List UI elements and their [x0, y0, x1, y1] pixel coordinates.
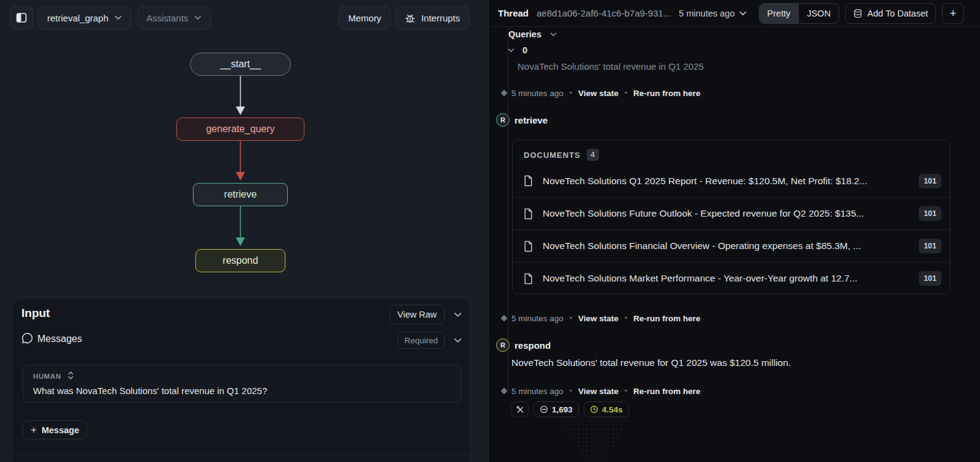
- role-sort-icon[interactable]: [67, 371, 74, 382]
- rerun-link[interactable]: Re-run from here: [633, 314, 701, 323]
- interrupts-label: Interrupts: [421, 13, 460, 23]
- input-collapse-button[interactable]: [451, 308, 464, 321]
- human-message-card[interactable]: HUMAN What was NovaTech Solutions' total…: [23, 365, 461, 403]
- thread-age-label: 5 minutes ago: [679, 9, 734, 18]
- chevron-down-icon: [454, 312, 462, 318]
- document-title: NoveTech Solutions Future Outlook - Expe…: [543, 208, 864, 219]
- edge-retrieve-respond-arrow: [236, 237, 245, 246]
- documents-header: DOCUMENTS 4: [524, 149, 599, 161]
- run-stats-row: 1,693 4.54s: [511, 401, 629, 417]
- checkpoint-meta-row: 5 minutes ago • View state • Re-run from…: [511, 87, 701, 99]
- file-icon: [524, 208, 533, 220]
- memory-button[interactable]: Memory: [339, 6, 390, 29]
- database-icon: [853, 9, 862, 18]
- canvas-watermark: [559, 419, 631, 462]
- checkpoint-time: 5 minutes ago: [511, 387, 564, 396]
- add-message-label: Message: [42, 425, 79, 435]
- document-score-badge: 101: [919, 271, 941, 286]
- pretty-tab[interactable]: Pretty: [760, 4, 799, 23]
- new-thread-button[interactable]: +: [942, 3, 964, 24]
- json-tab[interactable]: JSON: [798, 4, 839, 23]
- document-score-badge: 101: [919, 206, 941, 221]
- add-to-dataset-button[interactable]: Add To Dataset: [845, 3, 936, 24]
- assistants-dropdown[interactable]: Assistants: [137, 6, 211, 29]
- documents-list: NoveTech Solutions Q1 2025 Report - Reve…: [513, 165, 950, 294]
- add-message-button[interactable]: + Message: [23, 420, 87, 439]
- required-label: Required: [404, 336, 438, 345]
- queries-label: Queries: [508, 29, 541, 39]
- duration-badge[interactable]: 4.54s: [584, 401, 629, 417]
- duration-value: 4.54s: [602, 405, 623, 414]
- chevron-down-icon: [115, 15, 122, 20]
- view-state-link[interactable]: View state: [578, 387, 619, 396]
- thread-pane: Thread ae8d1a06-2af6-41c6-b7a9-931... 5 …: [491, 0, 980, 462]
- checkpoint-time: 5 minutes ago: [511, 314, 564, 323]
- thread-body: Queries 0 NovaTech Solutions' total reve…: [491, 27, 980, 462]
- panel-icon: [16, 12, 27, 23]
- edge-start-generate-arrow: [236, 106, 245, 115]
- checkpoint-diamond-icon: [500, 89, 507, 96]
- queries-section-toggle[interactable]: Queries: [508, 29, 557, 39]
- document-row[interactable]: NoveTech Solutions Future Outlook - Expe…: [513, 197, 950, 229]
- graph-node-retrieve[interactable]: retrieve: [193, 183, 288, 206]
- graph-select-dropdown[interactable]: retrieval_graph: [38, 6, 131, 29]
- chevron-down-icon: [454, 338, 462, 343]
- required-badge: Required: [398, 332, 445, 349]
- bug-icon: [405, 13, 415, 23]
- dot-separator: •: [570, 89, 572, 97]
- graph-node-respond[interactable]: respond: [195, 249, 285, 272]
- view-raw-label: View Raw: [398, 310, 437, 319]
- document-title: NoveTech Solutions Q1 2025 Report - Reve…: [543, 176, 867, 187]
- document-row[interactable]: NoveTech Solutions Q1 2025 Report - Reve…: [513, 165, 950, 197]
- interrupts-button[interactable]: Interrupts: [396, 6, 469, 29]
- node-label: __start__: [220, 59, 261, 70]
- edge-generate-retrieve-arrow: [236, 172, 245, 181]
- plus-icon: +: [949, 7, 956, 20]
- thread-age-dropdown[interactable]: 5 minutes ago: [679, 9, 747, 18]
- tools-button[interactable]: [511, 401, 529, 417]
- graph-node-generate-query[interactable]: generate_query: [176, 117, 304, 141]
- token-count: 1,693: [552, 405, 573, 414]
- dot-separator: •: [625, 314, 627, 322]
- node-label: retrieve: [224, 189, 257, 200]
- token-count-badge[interactable]: 1,693: [533, 401, 579, 417]
- view-raw-button[interactable]: View Raw: [390, 305, 445, 324]
- graph-pane: retrieval_graph Assistants Memory Interr…: [0, 0, 490, 462]
- sidebar-toggle-button[interactable]: [10, 6, 33, 29]
- clock-icon: [590, 405, 598, 414]
- chevron-down-icon: [194, 15, 202, 20]
- graph-toolbar-right: Memory Interrupts: [339, 6, 469, 29]
- tools-icon: [516, 406, 524, 414]
- message-text[interactable]: What was NovaTech Solutions' total reven…: [33, 386, 267, 396]
- rerun-link[interactable]: Re-run from here: [633, 387, 701, 396]
- document-score-badge: 101: [919, 239, 941, 253]
- messages-collapse-button[interactable]: [451, 334, 464, 346]
- query-item-toggle[interactable]: 0: [508, 45, 527, 55]
- messages-section-label: Messages: [37, 333, 82, 345]
- respond-avatar: R: [496, 338, 510, 352]
- document-row[interactable]: NoveTech Solutions Financial Overview - …: [513, 229, 950, 262]
- dot-separator: •: [625, 89, 627, 97]
- retrieve-avatar: R: [496, 113, 510, 127]
- view-state-link[interactable]: View state: [578, 314, 619, 323]
- node-label: generate_query: [206, 124, 274, 135]
- thread-title: Thread: [498, 8, 529, 18]
- graph-node-start[interactable]: __start__: [190, 53, 291, 76]
- thread-header: Thread ae8d1a06-2af6-41c6-b7a9-931... 5 …: [491, 0, 980, 27]
- node-label: respond: [223, 255, 258, 266]
- input-panel-title: Input: [21, 307, 50, 320]
- file-icon: [524, 273, 533, 285]
- memory-label: Memory: [348, 13, 381, 23]
- assistants-label: Assistants: [146, 13, 188, 23]
- respond-output-text: NoveTech Solutions' total revenue for Q1…: [511, 357, 791, 368]
- plus-icon: +: [31, 424, 37, 436]
- token-icon: [540, 405, 548, 414]
- respond-step-row: R respond: [496, 338, 551, 352]
- rerun-link[interactable]: Re-run from here: [633, 89, 701, 98]
- checkpoint-time: 5 minutes ago: [511, 89, 564, 98]
- view-state-link[interactable]: View state: [578, 89, 619, 98]
- thread-header-actions: Pretty JSON Add To Dataset +: [759, 3, 964, 24]
- dot-separator: •: [570, 314, 572, 322]
- document-row[interactable]: NoveTech Solutions Market Performance - …: [513, 262, 950, 294]
- graph-select-label: retrieval_graph: [47, 13, 108, 23]
